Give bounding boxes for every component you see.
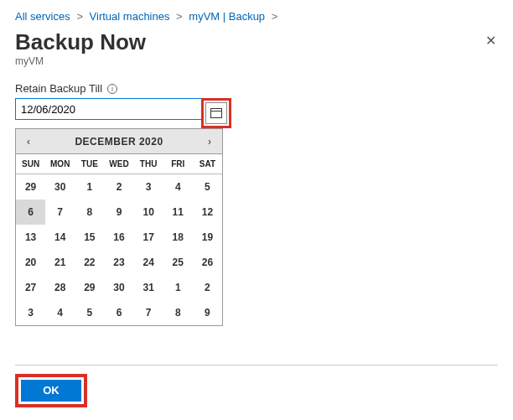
- calendar-day[interactable]: 20: [16, 250, 45, 275]
- calendar-day[interactable]: 19: [193, 225, 222, 250]
- close-button[interactable]: ✕: [480, 32, 501, 49]
- calendar-day[interactable]: 27: [16, 275, 45, 300]
- page-title: Backup Now: [15, 29, 498, 55]
- backup-now-panel: All services > Virtual machines > myVM |…: [0, 0, 513, 417]
- breadcrumb: All services > Virtual machines > myVM |…: [15, 10, 498, 23]
- calendar-day[interactable]: 29: [75, 275, 104, 300]
- calendar-day[interactable]: 8: [75, 200, 104, 225]
- calendar-day[interactable]: 31: [134, 275, 163, 300]
- calendar-day[interactable]: 24: [134, 250, 163, 275]
- calendar-header: ‹ DECEMBER 2020 ›: [16, 129, 222, 154]
- calendar-dow: MON: [45, 154, 75, 174]
- breadcrumb-sep: >: [272, 10, 278, 23]
- calendar-day[interactable]: 28: [45, 275, 75, 300]
- calendar-day[interactable]: 29: [16, 174, 45, 200]
- calendar-day[interactable]: 26: [193, 250, 222, 275]
- calendar-day[interactable]: 3: [16, 300, 45, 325]
- calendar-prev-month[interactable]: ‹: [16, 129, 41, 153]
- calendar-day[interactable]: 18: [163, 225, 193, 250]
- calendar-grid: SUNMONTUEWEDTHUFRISAT 293012345678910111…: [16, 154, 222, 325]
- calendar-day[interactable]: 30: [104, 275, 133, 300]
- calendar-day[interactable]: 2: [104, 174, 133, 200]
- breadcrumb-all-services[interactable]: All services: [15, 10, 70, 23]
- ok-button[interactable]: OK: [21, 380, 81, 402]
- calendar-day[interactable]: 4: [163, 174, 193, 200]
- calendar-day[interactable]: 3: [134, 174, 163, 200]
- calendar-button-highlight: [201, 98, 231, 128]
- calendar-icon: [210, 108, 222, 118]
- calendar-day[interactable]: 2: [193, 275, 222, 300]
- calendar-dow: WED: [104, 154, 133, 174]
- calendar-day[interactable]: 5: [75, 300, 104, 325]
- calendar-day[interactable]: 1: [75, 174, 104, 200]
- calendar-day[interactable]: 21: [45, 250, 75, 275]
- page-subtitle: myVM: [15, 55, 498, 67]
- calendar-day[interactable]: 9: [193, 300, 222, 325]
- calendar-month-label: DECEMBER 2020: [75, 136, 163, 148]
- calendar-day[interactable]: 5: [193, 174, 222, 200]
- calendar-dow: TUE: [75, 154, 104, 174]
- calendar-day[interactable]: 7: [134, 300, 163, 325]
- calendar-day[interactable]: 8: [163, 300, 193, 325]
- calendar-day[interactable]: 13: [16, 225, 45, 250]
- retain-backup-label-row: Retain Backup Till i: [15, 82, 498, 95]
- breadcrumb-sep: >: [76, 10, 83, 23]
- calendar-day[interactable]: 12: [193, 200, 222, 225]
- date-input-row: [15, 98, 498, 128]
- calendar-day[interactable]: 30: [45, 174, 75, 200]
- ok-button-highlight: OK: [15, 374, 87, 407]
- calendar-button[interactable]: [205, 102, 227, 124]
- calendar-day[interactable]: 14: [45, 225, 75, 250]
- breadcrumb-sep: >: [176, 10, 183, 23]
- calendar-day[interactable]: 4: [45, 300, 75, 325]
- calendar-day[interactable]: 6: [16, 200, 45, 225]
- calendar-day[interactable]: 16: [104, 225, 133, 250]
- retain-backup-date-input[interactable]: [15, 98, 201, 120]
- calendar-day[interactable]: 25: [163, 250, 193, 275]
- calendar-day[interactable]: 1: [163, 275, 193, 300]
- calendar-day[interactable]: 15: [75, 225, 104, 250]
- calendar-day[interactable]: 7: [45, 200, 75, 225]
- calendar-day[interactable]: 6: [104, 300, 133, 325]
- calendar-day[interactable]: 10: [134, 200, 163, 225]
- date-picker: ‹ DECEMBER 2020 › SUNMONTUEWEDTHUFRISAT …: [15, 128, 223, 326]
- calendar-day[interactable]: 9: [104, 200, 133, 225]
- calendar-dow: SUN: [16, 154, 45, 174]
- info-icon[interactable]: i: [107, 84, 117, 94]
- footer: OK: [15, 365, 498, 407]
- calendar-day[interactable]: 17: [134, 225, 163, 250]
- breadcrumb-virtual-machines[interactable]: Virtual machines: [90, 10, 170, 23]
- calendar-dow: SAT: [193, 154, 222, 174]
- calendar-dow: THU: [134, 154, 163, 174]
- calendar-next-month[interactable]: ›: [197, 129, 222, 153]
- calendar-day[interactable]: 11: [163, 200, 193, 225]
- retain-backup-label: Retain Backup Till: [15, 82, 102, 95]
- calendar-day[interactable]: 22: [75, 250, 104, 275]
- calendar-day[interactable]: 23: [104, 250, 133, 275]
- breadcrumb-myvm-backup[interactable]: myVM | Backup: [189, 10, 265, 23]
- calendar-dow: FRI: [163, 154, 193, 174]
